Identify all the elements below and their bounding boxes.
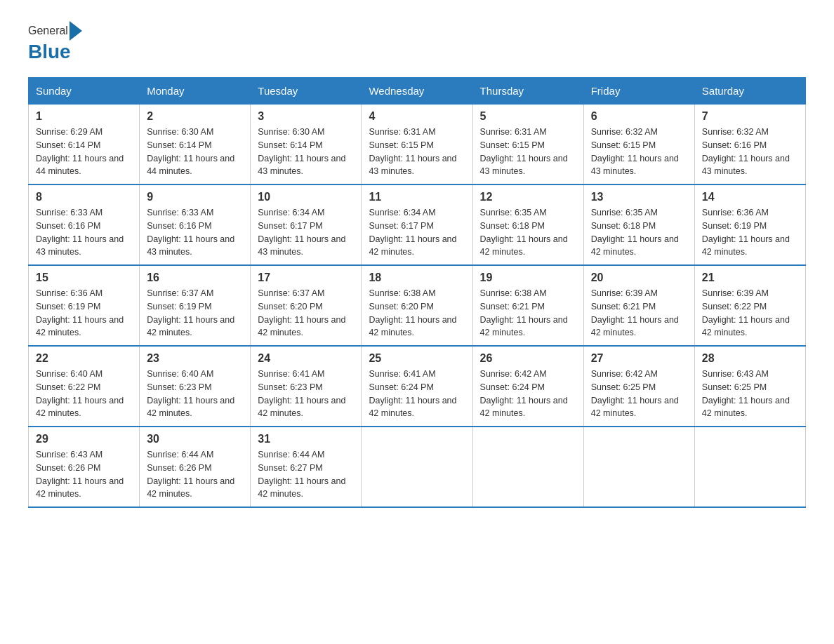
calendar-cell: 27 Sunrise: 6:42 AM Sunset: 6:25 PM Dayl… [583, 346, 694, 427]
calendar-cell: 7 Sunrise: 6:32 AM Sunset: 6:16 PM Dayli… [694, 105, 805, 185]
day-info: Sunrise: 6:37 AM Sunset: 6:19 PM Dayligh… [147, 287, 243, 340]
calendar-cell: 29 Sunrise: 6:43 AM Sunset: 6:26 PM Dayl… [29, 427, 140, 507]
day-info: Sunrise: 6:34 AM Sunset: 6:17 PM Dayligh… [369, 206, 465, 259]
calendar-cell: 14 Sunrise: 6:36 AM Sunset: 6:19 PM Dayl… [694, 185, 805, 265]
day-info: Sunrise: 6:40 AM Sunset: 6:22 PM Dayligh… [36, 368, 132, 420]
day-number: 21 [702, 271, 798, 284]
day-info: Sunrise: 6:33 AM Sunset: 6:16 PM Dayligh… [147, 206, 243, 259]
calendar-cell: 22 Sunrise: 6:40 AM Sunset: 6:22 PM Dayl… [29, 346, 140, 427]
day-number: 4 [369, 110, 465, 123]
page-header: General Blue [28, 21, 806, 63]
day-number: 14 [702, 191, 798, 203]
calendar-cell: 21 Sunrise: 6:39 AM Sunset: 6:22 PM Dayl… [694, 265, 805, 346]
calendar-cell: 1 Sunrise: 6:29 AM Sunset: 6:14 PM Dayli… [29, 105, 140, 185]
calendar-cell: 16 Sunrise: 6:37 AM Sunset: 6:19 PM Dayl… [140, 265, 251, 346]
calendar-cell: 9 Sunrise: 6:33 AM Sunset: 6:16 PM Dayli… [140, 185, 251, 265]
calendar-cell: 18 Sunrise: 6:38 AM Sunset: 6:20 PM Dayl… [362, 265, 472, 346]
calendar-week-row: 29 Sunrise: 6:43 AM Sunset: 6:26 PM Dayl… [29, 427, 806, 507]
day-number: 29 [36, 433, 132, 445]
day-number: 18 [369, 271, 465, 284]
weekday-header-sunday: Sunday [29, 78, 140, 105]
day-info: Sunrise: 6:32 AM Sunset: 6:16 PM Dayligh… [702, 126, 798, 178]
day-number: 2 [147, 110, 243, 123]
weekday-header-monday: Monday [140, 78, 251, 105]
day-info: Sunrise: 6:43 AM Sunset: 6:26 PM Dayligh… [36, 448, 132, 501]
day-number: 8 [36, 191, 132, 203]
calendar-cell: 15 Sunrise: 6:36 AM Sunset: 6:19 PM Dayl… [29, 265, 140, 346]
calendar-cell: 5 Sunrise: 6:31 AM Sunset: 6:15 PM Dayli… [472, 105, 583, 185]
calendar-cell: 30 Sunrise: 6:44 AM Sunset: 6:26 PM Dayl… [140, 427, 251, 507]
day-info: Sunrise: 6:31 AM Sunset: 6:15 PM Dayligh… [480, 126, 576, 178]
calendar-week-row: 8 Sunrise: 6:33 AM Sunset: 6:16 PM Dayli… [29, 185, 806, 265]
weekday-header-saturday: Saturday [694, 78, 805, 105]
day-info: Sunrise: 6:30 AM Sunset: 6:14 PM Dayligh… [147, 126, 243, 178]
day-number: 30 [147, 433, 243, 445]
day-info: Sunrise: 6:38 AM Sunset: 6:21 PM Dayligh… [480, 287, 576, 340]
day-number: 27 [591, 352, 687, 365]
day-number: 10 [258, 191, 354, 203]
day-info: Sunrise: 6:38 AM Sunset: 6:20 PM Dayligh… [369, 287, 465, 340]
day-number: 17 [258, 271, 354, 284]
day-info: Sunrise: 6:44 AM Sunset: 6:27 PM Dayligh… [258, 448, 354, 501]
day-info: Sunrise: 6:29 AM Sunset: 6:14 PM Dayligh… [36, 126, 132, 178]
calendar-cell: 6 Sunrise: 6:32 AM Sunset: 6:15 PM Dayli… [583, 105, 694, 185]
day-info: Sunrise: 6:35 AM Sunset: 6:18 PM Dayligh… [480, 206, 576, 259]
calendar-cell [362, 427, 472, 507]
day-number: 20 [591, 271, 687, 284]
day-info: Sunrise: 6:42 AM Sunset: 6:24 PM Dayligh… [480, 368, 576, 420]
calendar-cell: 31 Sunrise: 6:44 AM Sunset: 6:27 PM Dayl… [251, 427, 362, 507]
day-info: Sunrise: 6:35 AM Sunset: 6:18 PM Dayligh… [591, 206, 687, 259]
day-number: 7 [702, 110, 798, 123]
calendar-cell [694, 427, 805, 507]
day-number: 11 [369, 191, 465, 203]
calendar-cell: 24 Sunrise: 6:41 AM Sunset: 6:23 PM Dayl… [251, 346, 362, 427]
calendar-cell: 28 Sunrise: 6:43 AM Sunset: 6:25 PM Dayl… [694, 346, 805, 427]
day-number: 22 [36, 352, 132, 365]
day-number: 24 [258, 352, 354, 365]
calendar-cell: 26 Sunrise: 6:42 AM Sunset: 6:24 PM Dayl… [472, 346, 583, 427]
weekday-header-friday: Friday [583, 78, 694, 105]
day-info: Sunrise: 6:31 AM Sunset: 6:15 PM Dayligh… [369, 126, 465, 178]
weekday-header-tuesday: Tuesday [251, 78, 362, 105]
calendar-cell: 23 Sunrise: 6:40 AM Sunset: 6:23 PM Dayl… [140, 346, 251, 427]
calendar-cell: 19 Sunrise: 6:38 AM Sunset: 6:21 PM Dayl… [472, 265, 583, 346]
day-number: 6 [591, 110, 687, 123]
logo-blue-text: Blue [28, 41, 71, 63]
day-number: 26 [480, 352, 576, 365]
day-info: Sunrise: 6:32 AM Sunset: 6:15 PM Dayligh… [591, 126, 687, 178]
calendar-cell: 11 Sunrise: 6:34 AM Sunset: 6:17 PM Dayl… [362, 185, 472, 265]
day-number: 16 [147, 271, 243, 284]
calendar-table: SundayMondayTuesdayWednesdayThursdayFrid… [28, 77, 806, 508]
day-number: 1 [36, 110, 132, 123]
day-info: Sunrise: 6:34 AM Sunset: 6:17 PM Dayligh… [258, 206, 354, 259]
day-number: 19 [480, 271, 576, 284]
calendar-cell: 8 Sunrise: 6:33 AM Sunset: 6:16 PM Dayli… [29, 185, 140, 265]
calendar-cell [472, 427, 583, 507]
day-info: Sunrise: 6:43 AM Sunset: 6:25 PM Dayligh… [702, 368, 798, 420]
logo-arrow-icon [70, 21, 82, 41]
calendar-week-row: 22 Sunrise: 6:40 AM Sunset: 6:22 PM Dayl… [29, 346, 806, 427]
day-number: 9 [147, 191, 243, 203]
calendar-cell: 25 Sunrise: 6:41 AM Sunset: 6:24 PM Dayl… [362, 346, 472, 427]
day-number: 25 [369, 352, 465, 365]
logo-general-text: General [28, 25, 68, 37]
calendar-cell: 13 Sunrise: 6:35 AM Sunset: 6:18 PM Dayl… [583, 185, 694, 265]
day-number: 28 [702, 352, 798, 365]
day-info: Sunrise: 6:36 AM Sunset: 6:19 PM Dayligh… [702, 206, 798, 259]
day-number: 3 [258, 110, 354, 123]
day-info: Sunrise: 6:41 AM Sunset: 6:23 PM Dayligh… [258, 368, 354, 420]
calendar-cell: 12 Sunrise: 6:35 AM Sunset: 6:18 PM Dayl… [472, 185, 583, 265]
weekday-header-thursday: Thursday [472, 78, 583, 105]
weekday-header-row: SundayMondayTuesdayWednesdayThursdayFrid… [29, 78, 806, 105]
calendar-week-row: 1 Sunrise: 6:29 AM Sunset: 6:14 PM Dayli… [29, 105, 806, 185]
calendar-cell [583, 427, 694, 507]
weekday-header-wednesday: Wednesday [362, 78, 472, 105]
day-number: 5 [480, 110, 576, 123]
day-info: Sunrise: 6:39 AM Sunset: 6:22 PM Dayligh… [702, 287, 798, 340]
calendar-cell: 4 Sunrise: 6:31 AM Sunset: 6:15 PM Dayli… [362, 105, 472, 185]
day-number: 13 [591, 191, 687, 203]
day-number: 31 [258, 433, 354, 445]
day-number: 23 [147, 352, 243, 365]
calendar-cell: 3 Sunrise: 6:30 AM Sunset: 6:14 PM Dayli… [251, 105, 362, 185]
day-info: Sunrise: 6:44 AM Sunset: 6:26 PM Dayligh… [147, 448, 243, 501]
